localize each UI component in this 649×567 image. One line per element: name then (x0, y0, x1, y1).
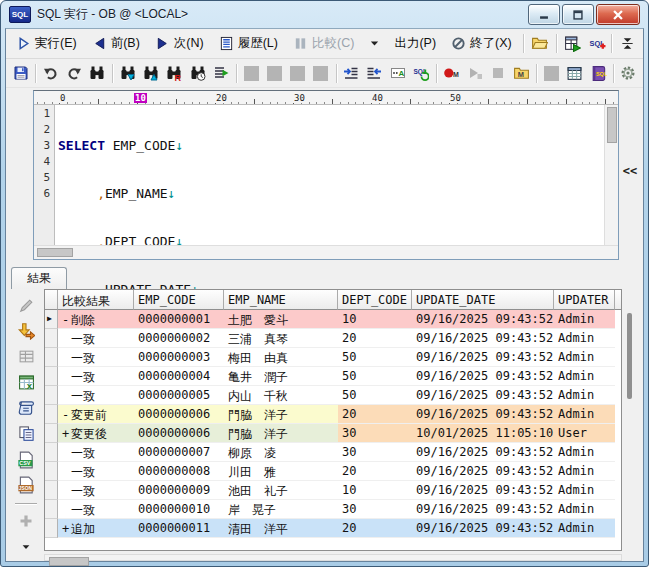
find-next-button[interactable] (116, 61, 139, 86)
dept-code-cell[interactable]: 30 (338, 443, 412, 462)
close-button[interactable] (596, 4, 640, 25)
updater-cell[interactable]: Admin (554, 348, 615, 367)
emp-name-cell[interactable]: 土肥 愛斗 (224, 310, 338, 329)
table-row[interactable]: 一致 0000000008 川田 雅 20 09/16/2025 09:43:5… (45, 462, 621, 481)
column-header-compare[interactable]: 比較結果 (58, 290, 134, 310)
redo-button[interactable] (63, 61, 86, 86)
dept-code-cell[interactable]: 50 (338, 348, 412, 367)
column-header-emp-code[interactable]: EMP_CODE (134, 290, 224, 310)
collapse-editor-button[interactable]: << (621, 162, 639, 180)
emp-code-cell[interactable]: 0000000002 (134, 329, 224, 348)
row-selector[interactable] (45, 386, 58, 405)
editor-vertical-scrollbar[interactable] (604, 105, 618, 245)
update-date-cell[interactable]: 09/16/2025 09:43:52 (412, 310, 554, 329)
execute-button[interactable]: 実行(E) (9, 32, 84, 55)
column-header-update-date[interactable]: UPDATE_DATE (412, 290, 554, 310)
grid-horizontal-scrollbar[interactable] (44, 554, 622, 561)
sql-add-button[interactable] (586, 31, 610, 56)
sql-editor[interactable]: SELECT EMP_CODE↓ ,EMP_NAME↓ ,DEPT_CODE↓ … (55, 105, 604, 245)
emp-name-cell[interactable]: 三浦 真琴 (224, 329, 338, 348)
splitter[interactable] (6, 260, 643, 267)
settings-button[interactable] (617, 61, 640, 86)
tab-results[interactable]: 結果 (11, 267, 67, 289)
sql-refresh-button[interactable] (409, 61, 432, 86)
emp-code-cell[interactable]: 0000000001 (134, 310, 224, 329)
code-line[interactable]: ,EMP_NAME↓ (55, 186, 604, 202)
emp-code-cell[interactable]: 0000000003 (134, 348, 224, 367)
dept-code-cell[interactable]: 30 (338, 424, 412, 443)
updater-cell[interactable]: Admin (554, 500, 615, 519)
history-button[interactable]: 履歴(L) (212, 32, 285, 55)
emp-code-cell[interactable]: 0000000007 (134, 443, 224, 462)
next-button[interactable]: 次(N) (148, 32, 211, 55)
updater-cell[interactable]: Admin (554, 386, 615, 405)
find-prev-button[interactable] (139, 61, 162, 86)
compare-cell[interactable]: 一致 (58, 481, 134, 500)
compare-cell[interactable]: +追加 (58, 519, 134, 538)
find-time-button[interactable] (186, 61, 209, 86)
updater-cell[interactable]: Admin (554, 443, 615, 462)
emp-code-cell[interactable]: 0000000008 (134, 462, 224, 481)
update-date-cell[interactable]: 10/01/2025 11:05:10 (412, 424, 554, 443)
maximize-button[interactable] (562, 4, 594, 25)
compare-cell[interactable]: 一致 (58, 443, 134, 462)
compare-cell[interactable]: 一致 (58, 462, 134, 481)
outdent-button[interactable] (363, 61, 386, 86)
emp-name-cell[interactable]: 梅田 由真 (224, 348, 338, 367)
emp-name-cell[interactable]: 門脇 洋子 (224, 424, 338, 443)
emp-name-cell[interactable]: 川田 雅 (224, 462, 338, 481)
row-selector[interactable] (45, 443, 58, 462)
emp-code-cell[interactable]: 0000000009 (134, 481, 224, 500)
dept-code-cell[interactable]: 20 (338, 329, 412, 348)
output-button[interactable]: 出力(P) (387, 32, 443, 55)
csv-export-button[interactable] (14, 449, 38, 470)
copy-button[interactable] (14, 424, 38, 445)
compare-cell[interactable]: 一致 (58, 348, 134, 367)
indent-button[interactable] (340, 61, 363, 86)
row-selector[interactable] (45, 367, 58, 386)
char-option-button[interactable] (386, 61, 409, 86)
dept-code-cell[interactable]: 10 (338, 481, 412, 500)
update-date-cell[interactable]: 09/16/2025 09:43:52 (412, 348, 554, 367)
scrollbar-thumb[interactable] (607, 107, 617, 143)
table-row[interactable]: +変更後 0000000006 門脇 洋子 30 10/01/2025 11:0… (45, 424, 621, 443)
output-dropdown-button[interactable] (362, 31, 386, 56)
row-selector[interactable] (45, 329, 58, 348)
updater-cell[interactable]: Admin (554, 367, 615, 386)
table-row[interactable]: 一致 0000000010 岸 晃子 30 09/16/2025 09:43:5… (45, 500, 621, 519)
record-macro-button[interactable] (440, 61, 463, 86)
emp-code-cell[interactable]: 0000000006 (134, 405, 224, 424)
updater-cell[interactable]: User (554, 424, 615, 443)
macro-folder-button[interactable] (510, 61, 533, 86)
table-row[interactable]: ▶ -削除 0000000001 土肥 愛斗 10 09/16/2025 09:… (45, 310, 621, 329)
column-header-updater[interactable]: UPDATER (554, 290, 615, 310)
update-date-cell[interactable]: 09/16/2025 09:43:52 (412, 481, 554, 500)
dept-code-cell[interactable]: 50 (338, 386, 412, 405)
emp-code-cell[interactable]: 0000000004 (134, 367, 224, 386)
updater-cell[interactable]: Admin (554, 481, 615, 500)
table-row[interactable]: 一致 0000000005 内山 千秋 50 09/16/2025 09:43:… (45, 386, 621, 405)
updater-cell[interactable]: Admin (554, 329, 615, 348)
quit-button[interactable]: 終了(X) (444, 32, 519, 55)
update-date-cell[interactable]: 09/16/2025 09:43:52 (412, 367, 554, 386)
column-header-emp-name[interactable]: EMP_NAME (224, 290, 338, 310)
replace-button[interactable]: R (163, 61, 186, 86)
compare-cell[interactable]: +変更後 (58, 424, 134, 443)
dept-code-cell[interactable]: 20 (338, 462, 412, 481)
row-selector[interactable] (45, 405, 58, 424)
emp-name-cell[interactable]: 清田 洋平 (224, 519, 338, 538)
emp-name-cell[interactable]: 柳原 凌 (224, 443, 338, 462)
compare-cell[interactable]: 一致 (58, 386, 134, 405)
collapse-toolbar-button[interactable] (616, 31, 640, 56)
updater-cell[interactable]: Admin (554, 462, 615, 481)
sql-book-button[interactable] (586, 61, 609, 86)
previous-button[interactable]: 前(B) (85, 32, 147, 55)
grid-view-button[interactable] (563, 61, 586, 86)
editor-horizontal-scrollbar[interactable] (34, 245, 618, 259)
emp-name-cell[interactable]: 門脇 洋子 (224, 405, 338, 424)
table-row[interactable]: 一致 0000000009 池田 礼子 10 09/16/2025 09:43:… (45, 481, 621, 500)
update-date-cell[interactable]: 09/16/2025 09:43:52 (412, 519, 554, 538)
emp-name-cell[interactable]: 池田 礼子 (224, 481, 338, 500)
scrollbar-thumb[interactable] (49, 557, 89, 566)
open-file-button[interactable] (528, 31, 552, 56)
